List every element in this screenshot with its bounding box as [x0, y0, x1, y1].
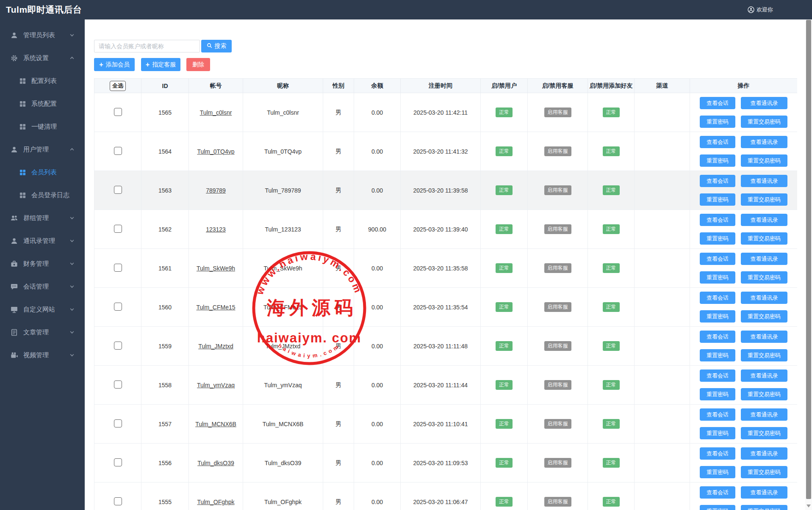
account-link[interactable]: Tulm_ymVzaq: [197, 382, 235, 389]
sidebar-item-system-settings[interactable]: 系统设置: [0, 47, 85, 69]
friend-status-badge[interactable]: 正常: [603, 185, 620, 195]
row-checkbox[interactable]: [114, 186, 122, 194]
view-contacts-button[interactable]: 查看通讯录: [741, 331, 787, 343]
reset-trade-password-button[interactable]: 重置交易密码: [741, 349, 787, 361]
view-contacts-button[interactable]: 查看通讯录: [741, 214, 787, 226]
sidebar-item-group-management[interactable]: 群组管理: [0, 207, 85, 229]
view-contacts-button[interactable]: 查看通讯录: [741, 253, 787, 265]
account-link[interactable]: Tulm_OFghpk: [197, 499, 234, 505]
view-contacts-button[interactable]: 查看通讯录: [741, 136, 787, 148]
view-session-button[interactable]: 查看会话: [700, 97, 735, 109]
sidebar-item-custom-website[interactable]: 自定义网站: [0, 298, 85, 321]
welcome-area[interactable]: 欢迎你: [748, 6, 773, 14]
user-status-badge[interactable]: 正常: [496, 108, 513, 117]
reset-trade-password-button[interactable]: 重置交易密码: [741, 427, 787, 439]
account-link[interactable]: Tulm_dksO39: [197, 460, 234, 466]
search-button[interactable]: 搜索: [201, 40, 232, 52]
row-checkbox[interactable]: [114, 264, 122, 272]
user-status-badge[interactable]: 正常: [496, 185, 513, 195]
reset-trade-password-button[interactable]: 重置交易密码: [741, 116, 787, 128]
reset-password-button[interactable]: 重置密码: [700, 154, 735, 167]
service-status-badge[interactable]: 启用客服: [544, 341, 571, 351]
view-contacts-button[interactable]: 查看通讯录: [741, 97, 787, 109]
reset-trade-password-button[interactable]: 重置交易密码: [741, 466, 787, 478]
sidebar-item-session-management[interactable]: 会话管理: [0, 275, 85, 298]
delete-button[interactable]: 删除: [186, 58, 210, 71]
sidebar-item-contacts-management[interactable]: 通讯录管理: [0, 229, 85, 252]
row-checkbox[interactable]: [114, 342, 122, 350]
sidebar-item-article-management[interactable]: 文章管理: [0, 321, 85, 344]
user-status-badge[interactable]: 正常: [496, 224, 513, 234]
row-checkbox[interactable]: [114, 147, 122, 155]
scrollbar-thumb[interactable]: [806, 20, 811, 499]
friend-status-badge[interactable]: 正常: [603, 263, 620, 273]
sidebar-item-config-list[interactable]: 配置列表: [0, 69, 85, 92]
scrollbar-down-arrow-icon[interactable]: [806, 504, 811, 507]
add-member-button[interactable]: + 添加会员: [94, 58, 135, 71]
account-link[interactable]: Tulm_0TQ4vp: [197, 148, 234, 155]
user-status-badge[interactable]: 正常: [496, 341, 513, 351]
view-session-button[interactable]: 查看会话: [700, 331, 735, 343]
friend-status-badge[interactable]: 正常: [603, 146, 620, 156]
view-session-button[interactable]: 查看会话: [700, 292, 735, 304]
user-status-badge[interactable]: 正常: [496, 302, 513, 312]
reset-password-button[interactable]: 重置密码: [700, 349, 735, 361]
reset-trade-password-button[interactable]: 重置交易密码: [741, 193, 787, 206]
row-checkbox[interactable]: [114, 380, 122, 389]
sidebar-item-admin-list[interactable]: 管理员列表: [0, 24, 85, 47]
service-status-badge[interactable]: 启用客服: [544, 302, 571, 312]
reset-trade-password-button[interactable]: 重置交易密码: [741, 154, 787, 167]
sidebar-item-member-list[interactable]: 会员列表: [0, 161, 85, 184]
friend-status-badge[interactable]: 正常: [603, 458, 620, 468]
sidebar-item-one-key-clean[interactable]: 一键清理: [0, 115, 85, 138]
view-contacts-button[interactable]: 查看通讯录: [741, 486, 787, 499]
sidebar-item-user-management[interactable]: 用户管理: [0, 138, 85, 161]
user-status-badge[interactable]: 正常: [496, 380, 513, 390]
reset-trade-password-button[interactable]: 重置交易密码: [741, 388, 787, 400]
view-session-button[interactable]: 查看会话: [700, 447, 735, 460]
service-status-badge[interactable]: 启用客服: [544, 263, 571, 273]
account-link[interactable]: Tulm_c0lsnr: [200, 109, 232, 116]
view-contacts-button[interactable]: 查看通讯录: [741, 447, 787, 460]
view-session-button[interactable]: 查看会话: [700, 408, 735, 421]
reset-password-button[interactable]: 重置密码: [700, 427, 735, 439]
reset-password-button[interactable]: 重置密码: [700, 388, 735, 400]
user-status-badge[interactable]: 正常: [496, 419, 513, 429]
sidebar-item-member-login-log[interactable]: 会员登录日志: [0, 184, 85, 207]
reset-trade-password-button[interactable]: 重置交易密码: [741, 310, 787, 323]
reset-password-button[interactable]: 重置密码: [700, 466, 735, 478]
view-session-button[interactable]: 查看会话: [700, 175, 735, 187]
user-status-badge[interactable]: 正常: [496, 458, 513, 468]
account-link[interactable]: Tulm_CFMe15: [196, 304, 235, 311]
view-contacts-button[interactable]: 查看通讯录: [741, 408, 787, 421]
row-checkbox[interactable]: [114, 497, 122, 505]
view-session-button[interactable]: 查看会话: [700, 369, 735, 382]
friend-status-badge[interactable]: 正常: [603, 224, 620, 234]
view-contacts-button[interactable]: 查看通讯录: [741, 369, 787, 382]
service-status-badge[interactable]: 启用客服: [544, 497, 571, 507]
select-all-button[interactable]: 全选: [110, 81, 126, 91]
service-status-badge[interactable]: 启用客服: [544, 380, 571, 390]
sidebar-item-video-management[interactable]: 视频管理: [0, 344, 85, 367]
account-link[interactable]: Tulm_JMztxd: [198, 343, 233, 350]
row-checkbox[interactable]: [114, 108, 122, 116]
sidebar-item-system-config[interactable]: 系统配置: [0, 92, 85, 115]
reset-trade-password-button[interactable]: 重置交易密码: [741, 271, 787, 284]
search-input[interactable]: [94, 40, 200, 52]
row-checkbox[interactable]: [114, 419, 122, 427]
reset-password-button[interactable]: 重置密码: [700, 271, 735, 284]
reset-trade-password-button[interactable]: 重置交易密码: [741, 505, 787, 510]
account-link[interactable]: 789789: [206, 187, 226, 194]
service-status-badge[interactable]: 启用客服: [544, 108, 571, 117]
user-status-badge[interactable]: 正常: [496, 497, 513, 507]
friend-status-badge[interactable]: 正常: [603, 419, 620, 429]
reset-password-button[interactable]: 重置密码: [700, 193, 735, 206]
friend-status-badge[interactable]: 正常: [603, 108, 620, 117]
account-link[interactable]: 123123: [206, 226, 226, 233]
friend-status-badge[interactable]: 正常: [603, 497, 620, 507]
friend-status-badge[interactable]: 正常: [603, 302, 620, 312]
reset-password-button[interactable]: 重置密码: [700, 116, 735, 128]
row-checkbox[interactable]: [114, 458, 122, 466]
user-status-badge[interactable]: 正常: [496, 146, 513, 156]
row-checkbox[interactable]: [114, 225, 122, 233]
